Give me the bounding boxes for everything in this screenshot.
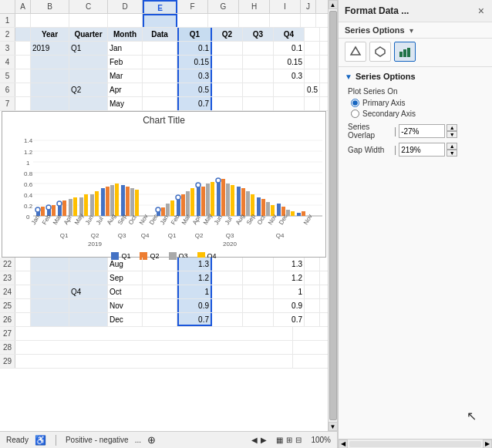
col-header-b[interactable]: B <box>31 0 69 13</box>
col-header-j[interactable]: J <box>301 0 316 13</box>
col-header-h[interactable]: H <box>239 0 270 13</box>
col-month[interactable]: Month <box>108 28 143 41</box>
gap-width-row: Gap Width | ▲ ▼ <box>348 143 483 157</box>
chart-container[interactable]: Chart Title 1.4 1.2 1 0.8 0.6 0.4 0.2 0 <box>2 111 326 258</box>
table-row: 26 Dec 0.7 0.7 <box>0 313 328 327</box>
svg-rect-44 <box>190 188 194 216</box>
accessibility-icon[interactable]: ♿ <box>35 435 46 446</box>
svg-text:Q2: Q2 <box>195 232 204 239</box>
svg-rect-55 <box>246 191 250 216</box>
primary-axis-option[interactable]: Primary Axis <box>351 99 483 107</box>
scroll-down-arrow[interactable]: ▼ <box>329 422 338 431</box>
svg-rect-30 <box>106 187 110 216</box>
svg-rect-33 <box>121 185 125 216</box>
svg-rect-20 <box>41 207 45 216</box>
svg-text:0.2: 0.2 <box>24 203 33 210</box>
svg-rect-56 <box>251 194 254 216</box>
view-normal-icon[interactable]: ▦ <box>276 436 283 444</box>
svg-rect-49 <box>217 180 221 216</box>
svg-rect-54 <box>241 188 245 216</box>
panel-cursor-area: ↖ <box>339 426 492 439</box>
border-icon-button[interactable] <box>369 42 391 62</box>
svg-text:2019: 2019 <box>88 241 102 248</box>
bar-chart-icon-button[interactable] <box>394 42 416 62</box>
col-data[interactable]: Data <box>143 28 177 41</box>
tab-more[interactable]: ... <box>135 436 141 444</box>
status-bar: Ready ♿ Positive - negative ... ⊕ ◀ ▶ ▦ … <box>0 431 337 448</box>
bar-chart-icon <box>399 45 411 58</box>
secondary-axis-option[interactable]: Secondary Axis <box>351 109 483 118</box>
table-row: 1 <box>0 14 328 28</box>
col-q2[interactable]: Q2 <box>212 28 243 41</box>
series-overlap-down[interactable]: ▼ <box>447 131 457 138</box>
scroll-right-btn[interactable]: ▶ <box>483 440 492 449</box>
scroll-left-btn[interactable]: ◀ <box>339 440 348 449</box>
svg-text:Q3: Q3 <box>118 232 126 239</box>
vertical-scrollbar[interactable]: ▲ ▼ <box>328 0 337 431</box>
table-row: 28 <box>0 341 328 355</box>
col-quarter[interactable]: Quarter <box>69 28 108 41</box>
view-page-icon[interactable]: ⊟ <box>295 436 302 444</box>
col-q1[interactable]: Q1 <box>177 28 212 41</box>
series-overlap-input-wrap: ▲ ▼ <box>399 124 457 138</box>
svg-text:1.4: 1.4 <box>24 137 33 144</box>
svg-rect-34 <box>126 187 130 216</box>
zoom-level: 100% <box>311 436 331 444</box>
secondary-axis-radio[interactable] <box>351 109 359 118</box>
table-row: 3 2019 Q1 Jan 0.1 0.1 <box>0 42 328 56</box>
horizontal-scroll-thumb[interactable] <box>349 441 481 447</box>
series-overlap-input[interactable] <box>399 124 445 138</box>
gap-width-divider: | <box>394 144 396 155</box>
view-layout-icon[interactable]: ⊞ <box>286 436 292 444</box>
svg-point-70 <box>156 207 160 212</box>
series-options-dropdown[interactable]: ▾ <box>409 26 413 35</box>
series-options-tab-label[interactable]: Series Options <box>345 25 405 35</box>
add-sheet-icon[interactable]: ⊕ <box>147 434 156 446</box>
panel-bottom-scrollbar[interactable]: ◀ ▶ <box>339 439 492 448</box>
col-header-d[interactable]: D <box>108 0 143 13</box>
series-options-section-body: Plot Series On Primary Axis Secondary Ax… <box>339 84 492 166</box>
svg-rect-64 <box>291 211 295 216</box>
col-header-i[interactable]: I <box>270 0 301 13</box>
series-options-section-header[interactable]: ▼ Series Options <box>339 67 492 84</box>
panel-close-button[interactable]: × <box>477 5 486 17</box>
panel-icon-group <box>339 39 492 67</box>
scroll-right-icon[interactable]: ▶ <box>261 436 267 444</box>
col-header-g[interactable]: G <box>208 0 239 13</box>
axis-radio-group: Primary Axis Secondary Axis <box>351 99 483 118</box>
gap-width-spinner[interactable]: ▲ ▼ <box>447 143 457 157</box>
cursor-icon: ↖ <box>467 409 477 423</box>
svg-rect-110 <box>399 52 403 57</box>
col-q3[interactable]: Q3 <box>243 28 274 41</box>
gap-width-input[interactable] <box>399 143 445 157</box>
scroll-thumb[interactable] <box>329 11 337 420</box>
svg-text:0.4: 0.4 <box>24 192 33 199</box>
col-q4[interactable]: Q4 <box>274 28 305 41</box>
format-panel: Format Data ... × Series Options ▾ ▼ Ser… <box>338 0 492 448</box>
svg-point-67 <box>35 207 40 212</box>
svg-text:0: 0 <box>26 214 30 221</box>
svg-text:Q4: Q4 <box>276 232 285 239</box>
svg-rect-32 <box>115 184 119 216</box>
scroll-up-arrow[interactable]: ▲ <box>329 0 338 9</box>
primary-axis-radio[interactable] <box>351 99 359 107</box>
svg-rect-40 <box>170 200 174 216</box>
svg-text:1: 1 <box>26 160 30 167</box>
fill-icon-button[interactable] <box>345 42 366 62</box>
col-year[interactable]: Year <box>31 28 69 41</box>
col-header-c[interactable]: C <box>69 0 108 13</box>
gap-width-up[interactable]: ▲ <box>447 143 457 150</box>
svg-point-68 <box>46 205 51 210</box>
table-row: 24 Q4 Oct 1 1 <box>0 285 328 299</box>
series-overlap-spinner[interactable]: ▲ ▼ <box>447 124 457 138</box>
scroll-left-icon[interactable]: ◀ <box>251 436 258 444</box>
series-overlap-up[interactable]: ▲ <box>447 124 457 131</box>
svg-rect-23 <box>69 199 72 216</box>
col-header-f[interactable]: F <box>177 0 208 13</box>
col-header-a[interactable]: A <box>15 0 31 13</box>
col-header-e[interactable]: E <box>143 0 177 13</box>
svg-point-72 <box>196 183 201 187</box>
series-overlap-row: Series Overlap | ▲ ▼ <box>348 123 483 140</box>
gap-width-down[interactable]: ▼ <box>447 150 457 157</box>
sheet-tab[interactable]: Positive - negative <box>66 436 129 444</box>
